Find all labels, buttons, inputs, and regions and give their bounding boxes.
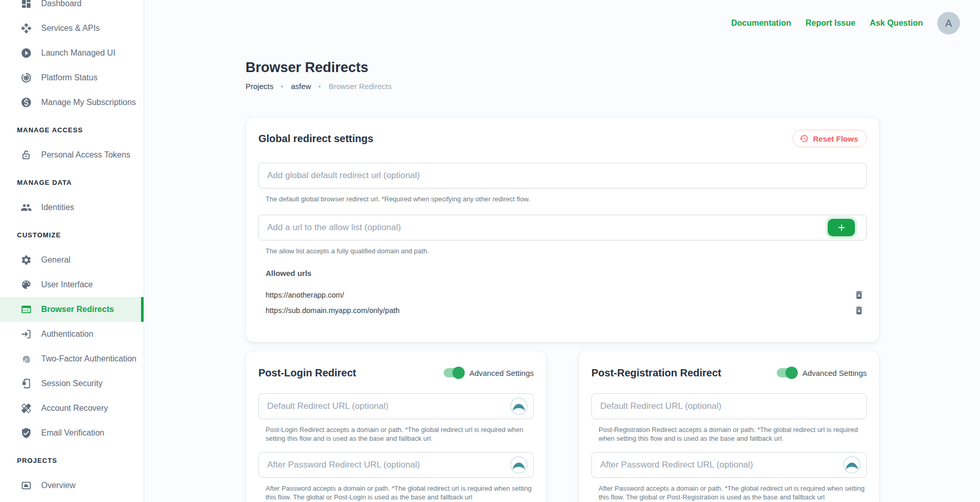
post-registration-redirect-card: Post-Registration Redirect Advanced Sett… bbox=[579, 351, 880, 502]
sidebar-item-authentication[interactable]: Authentication bbox=[0, 322, 144, 347]
email-verification-icon bbox=[21, 427, 32, 439]
post-login-after-password-help: After Password accepts a domain or path.… bbox=[266, 484, 534, 501]
allow-list-url-input[interactable] bbox=[258, 215, 867, 240]
sidebar-item-label: Overview bbox=[41, 481, 76, 490]
topbar: Documentation Report Issue Ask Question … bbox=[144, 0, 980, 34]
services-apis-icon bbox=[21, 23, 32, 34]
delete-url-button[interactable] bbox=[854, 305, 865, 316]
report-issue-link[interactable]: Report Issue bbox=[806, 19, 855, 28]
breadcrumb-current: Browser Redirects bbox=[328, 82, 392, 91]
flow-icon[interactable] bbox=[510, 397, 528, 415]
breadcrumb-projects[interactable]: Projects bbox=[246, 82, 273, 91]
allowed-url-row: https://anotherapp.com/ bbox=[266, 289, 867, 301]
breadcrumb-separator bbox=[281, 85, 283, 88]
breadcrumb-separator bbox=[319, 85, 321, 88]
sidebar-item-label: Personal Access Tokens bbox=[41, 150, 130, 160]
sidebar-item-manage-subscriptions[interactable]: Manage My Subscriptions bbox=[0, 90, 144, 115]
sidebar-section-projects: PROJECTS bbox=[17, 457, 144, 466]
overview-icon bbox=[21, 480, 32, 491]
session-security-icon bbox=[21, 378, 32, 389]
sidebar-item-label: Services & APIs bbox=[41, 24, 100, 33]
trash-icon bbox=[854, 305, 865, 316]
post-registration-after-password-help: After Password accepts a domain or path.… bbox=[599, 484, 867, 501]
sidebar-section-customize: CUSTOMIZE bbox=[17, 231, 144, 240]
sidebar-section-manage-data: MANAGE DATA bbox=[17, 179, 144, 188]
history-icon bbox=[799, 134, 809, 143]
sidebar-item-personal-access-tokens[interactable]: Personal Access Tokens bbox=[0, 143, 144, 167]
trash-icon bbox=[854, 290, 865, 300]
global-default-redirect-url-help: The default global browser redirect url.… bbox=[266, 195, 867, 203]
sidebar-item-platform-status[interactable]: Platform Status bbox=[0, 65, 144, 90]
authentication-icon bbox=[21, 328, 32, 340]
sidebar-item-label: Two-Factor Authentication bbox=[41, 354, 136, 363]
post-registration-advanced-settings-toggle[interactable] bbox=[777, 368, 796, 377]
post-login-advanced-settings-toggle[interactable] bbox=[444, 368, 463, 377]
sidebar-item-label: Session Security bbox=[41, 379, 102, 388]
personal-access-tokens-icon bbox=[21, 149, 32, 161]
post-login-card-title: Post-Login Redirect bbox=[258, 367, 356, 379]
sidebar-item-overview[interactable]: Overview bbox=[0, 473, 144, 498]
sidebar-item-session-security[interactable]: Session Security bbox=[0, 371, 144, 396]
avatar[interactable]: A bbox=[937, 12, 960, 34]
sidebar-item-label: Account Recovery bbox=[41, 404, 108, 413]
browser-redirects-icon bbox=[21, 304, 32, 315]
post-registration-default-help: Post-Registration Redirect accepts a dom… bbox=[599, 425, 867, 443]
sidebar-item-general[interactable]: General bbox=[0, 248, 144, 272]
sidebar-item-browser-redirects[interactable]: Browser Redirects bbox=[0, 297, 144, 322]
sidebar-item-account-recovery[interactable]: Account Recovery bbox=[0, 396, 144, 421]
post-registration-after-password-url-input[interactable] bbox=[591, 452, 867, 478]
documentation-link[interactable]: Documentation bbox=[731, 19, 791, 28]
allow-list-help: The allow list accepts a fully qualified… bbox=[266, 247, 867, 255]
sidebar-item-label: General bbox=[41, 255, 71, 265]
allowed-url-row: https://sub.domain.myapp.com/only/path bbox=[266, 305, 867, 316]
post-login-after-password-url-input[interactable] bbox=[258, 452, 534, 478]
flow-icon[interactable] bbox=[843, 456, 861, 474]
sidebar-item-label: Email Verification bbox=[41, 428, 104, 438]
subscriptions-icon bbox=[21, 97, 32, 108]
platform-status-icon bbox=[21, 72, 32, 83]
sidebar: Dashboard Services & APIs Launch Managed… bbox=[0, 0, 144, 502]
two-factor-icon bbox=[21, 353, 32, 365]
sidebar-item-email-verification[interactable]: Email Verification bbox=[0, 421, 144, 445]
reset-flows-button[interactable]: Reset Flows bbox=[793, 130, 867, 147]
ask-question-link[interactable]: Ask Question bbox=[870, 19, 923, 28]
post-registration-default-url-input[interactable] bbox=[591, 393, 867, 419]
sidebar-item-two-factor[interactable]: Two-Factor Authentication bbox=[0, 347, 144, 371]
sidebar-item-identities[interactable]: Identities bbox=[0, 195, 144, 220]
sidebar-item-label: Browser Redirects bbox=[41, 305, 114, 314]
user-interface-icon bbox=[21, 279, 32, 290]
post-registration-card-title: Post-Registration Redirect bbox=[591, 367, 721, 379]
sidebar-item-label: User Interface bbox=[41, 280, 93, 289]
account-recovery-icon bbox=[21, 403, 32, 414]
page-title: Browser Redirects bbox=[246, 59, 880, 76]
sidebar-item-services-apis[interactable]: Services & APIs bbox=[0, 16, 144, 41]
breadcrumb-project-name[interactable]: asfew bbox=[291, 82, 311, 91]
advanced-settings-label: Advanced Settings bbox=[469, 369, 534, 377]
sidebar-item-label: Identities bbox=[41, 203, 74, 212]
post-login-default-url-input[interactable] bbox=[258, 393, 534, 419]
sidebar-item-label: Authentication bbox=[41, 330, 93, 339]
allowed-url-value: https://sub.domain.myapp.com/only/path bbox=[266, 305, 399, 316]
sidebar-item-label: Manage My Subscriptions bbox=[41, 98, 136, 107]
identities-icon bbox=[21, 202, 32, 213]
sidebar-item-label: Launch Managed UI bbox=[41, 48, 115, 58]
advanced-settings-label: Advanced Settings bbox=[802, 369, 867, 377]
global-default-redirect-url-input[interactable] bbox=[258, 163, 867, 188]
toggle-knob bbox=[785, 367, 798, 379]
delete-url-button[interactable] bbox=[854, 289, 865, 301]
sidebar-item-dashboard[interactable]: Dashboard bbox=[0, 0, 144, 16]
allowed-url-value: https://anotherapp.com/ bbox=[266, 289, 344, 301]
sidebar-item-launch-managed-ui[interactable]: Launch Managed UI bbox=[0, 41, 144, 65]
sidebar-item-label: Dashboard bbox=[41, 0, 81, 8]
sidebar-section-manage-access: MANAGE ACCESS bbox=[17, 126, 144, 135]
main-area: Documentation Report Issue Ask Question … bbox=[144, 0, 980, 502]
dashboard-icon bbox=[21, 0, 32, 9]
flow-icon[interactable] bbox=[510, 456, 528, 474]
add-allow-url-button[interactable] bbox=[828, 219, 855, 236]
launch-managed-ui-icon bbox=[21, 47, 32, 59]
post-login-default-help: Post-Login Redirect accepts a domain or … bbox=[266, 425, 534, 443]
post-login-redirect-card: Post-Login Redirect Advanced Settings bbox=[246, 351, 547, 502]
sidebar-item-user-interface[interactable]: User Interface bbox=[0, 272, 144, 297]
global-card-title: Global redirect settings bbox=[258, 132, 373, 145]
reset-flows-label: Reset Flows bbox=[813, 134, 858, 143]
